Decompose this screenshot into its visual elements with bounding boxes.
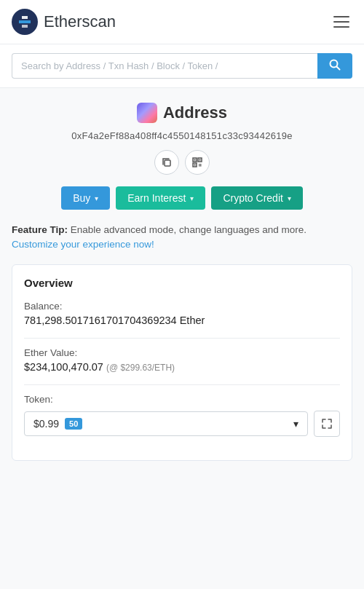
svg-rect-11 [200,164,202,165]
search-bar [0,44,364,88]
overview-title: Overview [24,277,340,289]
earn-interest-button[interactable]: Earn Interest ▾ [116,186,205,210]
crypto-credit-chevron: ▾ [288,194,291,202]
svg-rect-12 [199,165,200,167]
svg-rect-3 [165,160,170,166]
logo-icon [12,9,38,35]
qr-button[interactable] [185,150,210,175]
buy-button[interactable]: Buy ▾ [61,186,110,210]
logo-area: Etherscan [12,9,116,35]
divider-2 [24,384,340,385]
hamburger-menu[interactable] [331,13,352,31]
svg-rect-8 [199,159,201,161]
search-icon [329,59,341,71]
token-count-badge: 50 [65,418,82,430]
divider-1 [24,338,340,339]
ether-value-row: Ether Value: $234,100,470.07 (@ $299.63/… [24,347,340,373]
ether-value-amount: $234,100,470.07 [24,361,103,373]
ether-rate: (@ $299.63/ETH) [106,363,175,373]
hamburger-line-3 [333,26,349,28]
search-button[interactable] [317,53,352,79]
copy-icon [162,157,172,167]
svg-rect-7 [194,159,196,161]
copy-button[interactable] [154,150,179,175]
svg-rect-9 [194,165,196,166]
svg-rect-13 [200,165,202,167]
customize-link[interactable]: Customize your experience now! [12,239,154,250]
action-buttons: Buy ▾ Earn Interest ▾ Crypto Credit ▾ [12,186,352,210]
address-title: Address [12,103,352,123]
qr-icon [192,157,202,167]
feature-tip-text: Enable advanced mode, change languages a… [68,224,306,235]
main-content: Address 0xF4a2eFf88a408ff4c4550148151c33… [0,88,364,475]
address-hash: 0xF4a2eFf88a408ff4c4550148151c33c9344261… [12,130,352,141]
expand-icon [322,419,332,429]
balance-value: 781,298.5017161701704369234 Ether [24,315,340,326]
token-select-row: $0.99 50 ▾ [24,411,340,437]
svg-rect-10 [199,164,200,165]
address-label: Address [163,103,227,122]
token-value: $0.99 [33,418,59,430]
token-select-left: $0.99 50 [33,418,82,430]
ether-value-label: Ether Value: [24,347,340,358]
token-expand-button[interactable] [314,411,340,437]
search-input[interactable] [12,53,317,79]
balance-row: Balance: 781,298.5017161701704369234 Eth… [24,301,340,326]
earn-interest-chevron: ▾ [190,194,194,202]
token-label: Token: [24,394,340,405]
feature-tip: Feature Tip: Enable advanced mode, chang… [12,223,352,253]
address-actions [12,150,352,175]
crypto-credit-button[interactable]: Crypto Credit ▾ [211,186,302,210]
token-row: Token: $0.99 50 ▾ [24,394,340,437]
svg-line-2 [337,67,340,70]
feature-tip-label: Feature Tip: [12,224,68,235]
hamburger-line-1 [333,16,349,17]
hamburger-line-2 [333,21,349,23]
header: Etherscan [0,0,364,44]
ether-value: $234,100,470.07 (@ $299.63/ETH) [24,361,340,373]
balance-label: Balance: [24,301,340,312]
logo-text: Etherscan [44,12,116,31]
buy-chevron: ▾ [95,194,98,202]
overview-card: Overview Balance: 781,298.50171617017043… [12,264,352,461]
address-icon [137,103,157,123]
address-section: Address 0xF4a2eFf88a408ff4c4550148151c33… [12,103,352,210]
token-chevron-icon: ▾ [293,418,298,430]
token-dropdown[interactable]: $0.99 50 ▾ [24,411,308,436]
